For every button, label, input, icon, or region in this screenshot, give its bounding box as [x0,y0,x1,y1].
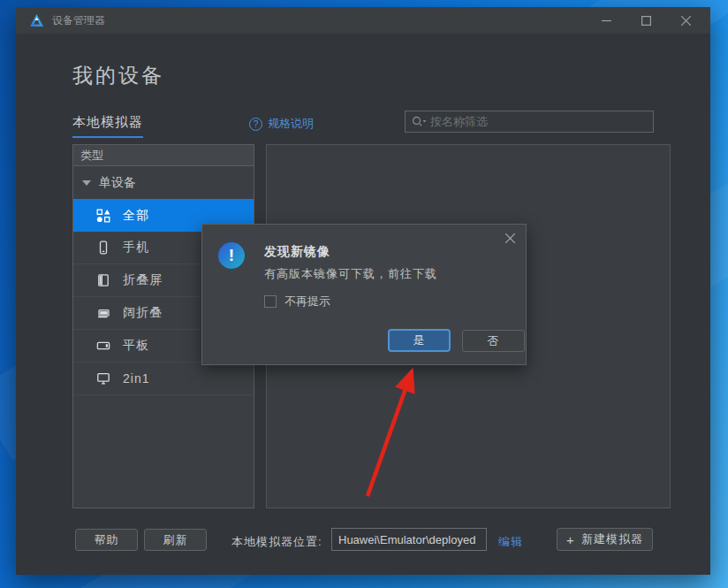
category-all-icon [96,209,110,223]
wide-fold-icon [96,306,110,320]
search-box [405,111,654,133]
dialog-title: 发现新镜像 [264,244,330,260]
page-title: 我的设备 [72,62,164,89]
search-icon [412,116,427,128]
dialog-close-button[interactable] [502,230,518,246]
help-button[interactable]: 帮助 [75,529,138,551]
new-image-dialog: ! 发现新镜像 有高版本镜像可下载，前往下载 不再提示 是 否 [201,224,527,365]
sidebar-item-2in1[interactable]: 2in1 [73,363,254,395]
sidebar-item-label: 折叠屏 [123,272,163,288]
tablet-icon [96,339,110,353]
close-button[interactable] [672,8,699,33]
titlebar: 设备管理器 [16,7,710,34]
sidebar-item-label: 阔折叠 [123,305,163,321]
sidebar-item-label: 手机 [123,240,149,256]
checkbox-icon[interactable] [264,295,277,308]
minimize-icon [602,16,611,26]
close-icon [681,16,691,26]
phone-icon [96,241,110,255]
emulator-location-label: 本地模拟器位置: [231,534,322,550]
refresh-button[interactable]: 刷新 [144,529,207,551]
new-emulator-label: 新建模拟器 [581,531,643,547]
sidebar-item-label: 全部 [123,208,149,224]
emulator-location-input[interactable] [331,528,487,551]
sidebar-group-label: 单设备 [99,175,136,191]
edit-link[interactable]: 编辑 [498,534,523,550]
sidebar-group-single-device[interactable]: 单设备 [73,166,254,199]
sidebar-item-label: 平板 [123,338,149,354]
chevron-down-icon [82,180,91,186]
minimize-button[interactable] [593,8,619,33]
sidebar-item-label: 2in1 [123,371,149,386]
table-header-type: 类型 [73,145,254,166]
tab-local-emulator[interactable]: 本地模拟器 [72,114,143,138]
window-controls [580,7,699,34]
yes-button[interactable]: 是 [388,329,451,352]
device-manager-window: 设备管理器 我的设备 本地模拟器 ? 规格说明 类型 单设备 [16,7,710,575]
foldable-icon [96,273,110,287]
spec-link-label: 规格说明 [268,116,314,132]
monitor-icon [96,371,110,386]
no-button[interactable]: 否 [462,330,525,352]
maximize-button[interactable] [633,8,659,33]
maximize-icon [641,16,651,26]
checkbox-label: 不再提示 [284,294,330,309]
app-logo-icon [29,13,44,28]
window-title: 设备管理器 [52,13,105,28]
dialog-message: 有高版本镜像可下载，前往下载 [264,266,437,282]
plus-icon: + [566,532,575,547]
close-icon [505,233,515,243]
help-circle-icon: ? [249,118,262,131]
search-input[interactable] [430,115,653,128]
dont-remind-checkbox[interactable]: 不再提示 [264,294,330,309]
info-icon: ! [218,242,245,269]
spec-link[interactable]: ? 规格说明 [249,116,314,132]
new-emulator-button[interactable]: + 新建模拟器 [557,528,653,551]
